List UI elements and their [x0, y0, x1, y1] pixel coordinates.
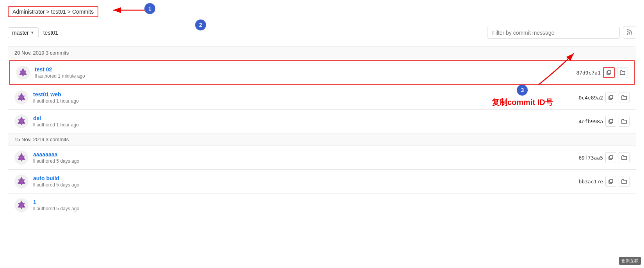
copy-hash-button-aaaaaaaa[interactable]	[605, 152, 616, 163]
folder-icon	[621, 179, 627, 184]
rss-icon	[626, 29, 633, 35]
commit-row-aaaaaaaa: aaaaaaaa ll authored 5 days ago 69f73aa5	[8, 146, 636, 170]
folder-icon	[621, 95, 627, 100]
repo-path: test01	[43, 30, 58, 36]
folder-icon	[621, 119, 627, 124]
copy-icon	[608, 95, 614, 100]
svg-point-2	[627, 33, 628, 35]
breadcrumb-current: Commits	[72, 9, 94, 15]
svg-rect-49	[610, 179, 613, 183]
svg-rect-22	[610, 96, 613, 99]
avatar-aaaaaaaa	[14, 151, 28, 165]
commit-actions-del: 4efb998a	[578, 116, 630, 127]
date-group-header-2: 15 Nov, 2019 3 commits	[8, 133, 636, 146]
breadcrumb-admin[interactable]: Administrator	[12, 9, 44, 15]
commit-meta-test02: ll authored 1 minute ago	[35, 73, 576, 79]
copy-icon	[606, 70, 612, 75]
commit-info-aaaaaaaa: aaaaaaaa ll authored 5 days ago	[33, 151, 578, 164]
svg-rect-40	[610, 156, 613, 159]
commit-title-del[interactable]: del	[33, 115, 578, 121]
commit-row-1: 1 ll authored 5 days ago c1d2e3f4	[8, 193, 636, 217]
avatar-autobuild	[14, 174, 28, 188]
commit-actions-aaaaaaaa: 69f73aa5	[578, 152, 630, 163]
branch-name: master	[12, 30, 29, 36]
commit-actions-1: c1d2e3f4	[578, 200, 630, 211]
breadcrumb-repo[interactable]: test01	[51, 9, 66, 15]
commit-hash-test01web[interactable]: 0c4e89a2	[578, 95, 603, 101]
annotation-badge-2: 2	[195, 20, 206, 30]
commit-meta-del: ll authored 1 hour ago	[33, 122, 578, 128]
filter-input[interactable]	[487, 27, 620, 39]
commit-title-1[interactable]: 1	[33, 199, 578, 205]
commit-hash-aaaaaaaa[interactable]: 69f73aa5	[578, 155, 603, 161]
commit-row-autobuild: auto build ll authored 5 days ago bb3ac1…	[8, 170, 636, 193]
commit-info-test02: test 02 ll authored 1 minute ago	[35, 66, 576, 79]
commit-meta-autobuild: ll authored 5 days ago	[33, 182, 578, 188]
browse-button-test01web[interactable]	[619, 92, 630, 103]
chevron-down-icon: ▼	[30, 30, 34, 35]
commit-hash-del[interactable]: 4efb998a	[578, 119, 603, 124]
copy-hash-button-test01web[interactable]	[605, 92, 616, 103]
commit-info-autobuild: auto build ll authored 5 days ago	[33, 175, 578, 188]
breadcrumb-sep2: >	[68, 9, 71, 15]
commit-info-del: del ll authored 1 hour ago	[33, 115, 578, 128]
commit-meta-aaaaaaaa: ll authored 5 days ago	[33, 158, 578, 164]
copy-icon	[608, 179, 614, 184]
copy-hash-button-autobuild[interactable]	[605, 176, 616, 187]
avatar-test02	[16, 66, 30, 80]
commit-hash-autobuild[interactable]: bb3ac17e	[578, 179, 603, 185]
svg-rect-31	[610, 119, 613, 122]
avatar-del	[14, 114, 28, 128]
commit-actions-test01web: 0c4e89a2	[578, 92, 630, 103]
browse-button-del[interactable]	[619, 116, 630, 127]
commit-title-aaaaaaaa[interactable]: aaaaaaaa	[33, 151, 578, 158]
copy-hash-button-del[interactable]	[605, 116, 616, 127]
browse-button-aaaaaaaa[interactable]	[619, 152, 630, 163]
commit-row-del: del ll authored 1 hour ago 4efb998a	[8, 110, 636, 133]
copy-label: 复制commit ID号	[492, 97, 553, 108]
rss-button[interactable]	[623, 27, 636, 39]
commit-meta-1: ll authored 5 days ago	[33, 206, 578, 211]
branch-selector[interactable]: master ▼	[8, 27, 39, 38]
commit-info-1: 1 ll authored 5 days ago	[33, 199, 578, 211]
copy-hash-button-test02[interactable]	[603, 67, 615, 78]
copy-icon	[608, 155, 614, 160]
commit-actions-autobuild: bb3ac17e	[578, 176, 630, 187]
copy-icon	[608, 119, 614, 124]
browse-button-autobuild[interactable]	[619, 176, 630, 187]
arrow-1	[109, 2, 164, 18]
breadcrumb: Administrator > test01 > Commits	[8, 6, 98, 17]
browse-button-test02[interactable]	[617, 67, 628, 78]
commit-title-test02[interactable]: test 02	[35, 66, 576, 73]
folder-icon	[620, 70, 625, 75]
annotation-badge-1: 1	[144, 3, 155, 14]
folder-icon	[621, 155, 627, 160]
avatar-1	[14, 198, 28, 212]
breadcrumb-sep1: >	[46, 9, 49, 15]
arrow-3	[507, 46, 585, 92]
commit-title-autobuild[interactable]: auto build	[33, 175, 578, 181]
avatar-test01web	[14, 91, 28, 105]
svg-rect-11	[608, 71, 611, 74]
